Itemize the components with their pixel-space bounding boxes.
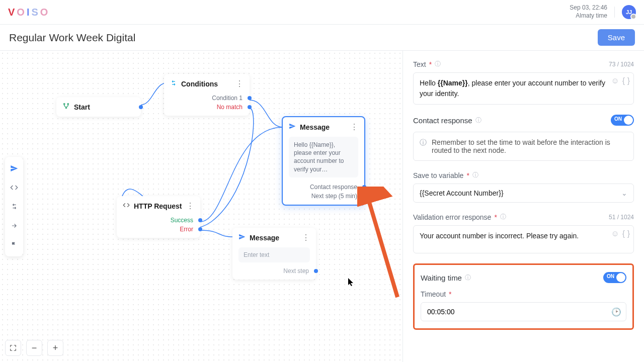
svg-point-2 xyxy=(65,107,67,109)
tool-code-icon[interactable] xyxy=(5,178,23,197)
node-title: Message xyxy=(250,234,298,242)
zoom-out-button[interactable]: − xyxy=(26,340,42,356)
node-menu-icon[interactable]: ⋮ xyxy=(186,201,194,211)
tool-arrow-icon[interactable] xyxy=(5,216,23,235)
node-title: Conditions xyxy=(181,80,231,88)
svg-line-3 xyxy=(367,196,397,297)
text-input[interactable]: Hello {{Name}}, please enter your accoun… xyxy=(413,72,634,105)
send-icon xyxy=(238,233,246,242)
page-title: Regular Work Week Digital xyxy=(9,32,135,44)
node-port-success[interactable]: Success xyxy=(117,216,200,225)
node-menu-icon[interactable]: ⋮ xyxy=(302,233,310,242)
node-port-condition1[interactable]: Condition 1 xyxy=(164,94,250,103)
info-icon[interactable]: ⓘ xyxy=(500,213,506,221)
node-message-2[interactable]: Message ⋮ Enter text Next step xyxy=(232,228,316,280)
avatar[interactable]: JJ xyxy=(622,5,636,19)
validation-counter: 51 / 1024 xyxy=(609,214,634,221)
info-callout: ⓘ Remember to set the time to wait befor… xyxy=(413,132,634,161)
tool-flag-icon[interactable] xyxy=(5,235,23,254)
required-mark: * xyxy=(449,290,451,298)
node-port-error[interactable]: Error xyxy=(117,225,200,234)
flow-canvas[interactable]: Start Conditions ⋮ Condition 1 No match xyxy=(0,50,403,362)
time-info: Sep 03, 22:46 Almaty time xyxy=(570,4,607,20)
node-start[interactable]: Start xyxy=(56,97,141,117)
node-port-nomatch[interactable]: No match xyxy=(164,103,250,112)
emoji-icon[interactable]: ☺ xyxy=(611,76,619,85)
info-icon[interactable]: ⓘ xyxy=(472,171,478,179)
node-title: Start xyxy=(74,103,135,111)
required-mark: * xyxy=(429,60,432,68)
node-menu-icon[interactable]: ⋮ xyxy=(235,79,244,88)
conditions-icon xyxy=(170,79,177,88)
timeout-input[interactable] xyxy=(421,302,626,321)
zoom-in-button[interactable]: + xyxy=(47,340,63,356)
save-variable-label: Save to variable xyxy=(413,171,463,179)
svg-point-1 xyxy=(67,104,69,105)
info-icon[interactable]: ⓘ xyxy=(465,274,471,282)
node-http-request[interactable]: HTTP Request ⋮ Success Error xyxy=(117,196,200,238)
contact-response-label: Contact response xyxy=(413,116,472,125)
timeout-label: Timeout xyxy=(421,290,446,298)
node-port-contact-response[interactable]: Contact response xyxy=(283,183,364,192)
clock-icon: 🕑 xyxy=(611,307,621,317)
save-variable-select[interactable]: {{Secret Account Number}} ⌄ xyxy=(413,184,634,203)
svg-point-0 xyxy=(64,104,65,105)
start-icon xyxy=(62,102,70,112)
contact-response-toggle[interactable]: ON xyxy=(611,115,634,126)
required-mark: * xyxy=(466,171,469,179)
waiting-time-label: Waiting time xyxy=(421,274,462,282)
text-counter: 73 / 1024 xyxy=(609,61,634,68)
info-icon[interactable]: ⓘ xyxy=(475,116,481,125)
node-conditions[interactable]: Conditions ⋮ Condition 1 No match xyxy=(164,74,250,116)
waiting-time-toggle[interactable]: ON xyxy=(603,272,626,283)
node-message-selected[interactable]: Message ⋮ Hello {{Name}}, please enter y… xyxy=(282,116,365,206)
waiting-time-section: Waiting time ⓘ ON Timeout * 🕑 xyxy=(413,263,634,330)
validation-label: Validation error response xyxy=(413,213,491,221)
insert-variable-icon[interactable]: { } xyxy=(622,229,630,238)
message-placeholder: Enter text xyxy=(238,247,310,262)
message-preview: Hello {{Name}}, please enter your accoun… xyxy=(289,137,358,177)
node-port-next-step[interactable]: Next step (5 min) xyxy=(283,192,364,201)
save-button[interactable]: Save xyxy=(598,29,635,46)
insert-variable-icon[interactable]: { } xyxy=(622,76,630,85)
node-port-next-step[interactable]: Next step xyxy=(232,266,316,276)
cursor-icon xyxy=(348,278,354,286)
tool-branch-icon[interactable] xyxy=(5,197,23,216)
node-title: Message xyxy=(300,123,346,131)
send-icon xyxy=(289,123,296,132)
info-icon: ⓘ xyxy=(420,138,427,147)
tool-send-icon[interactable] xyxy=(5,159,23,178)
node-menu-icon[interactable]: ⋮ xyxy=(350,122,358,132)
properties-panel: Text * ⓘ 73 / 1024 Hello {{Name}}, pleas… xyxy=(403,50,644,362)
info-icon[interactable]: ⓘ xyxy=(435,60,441,68)
logo: VOISO xyxy=(8,7,50,18)
code-icon xyxy=(123,202,130,211)
required-mark: * xyxy=(494,213,497,221)
text-label: Text xyxy=(413,60,426,68)
canvas-toolbox xyxy=(5,157,23,256)
validation-input[interactable]: Your account number is incorrect. Please… xyxy=(413,225,634,253)
emoji-icon[interactable]: ☺ xyxy=(611,229,619,238)
chevron-down-icon: ⌄ xyxy=(621,189,627,197)
canvas-fit-button[interactable] xyxy=(5,340,21,356)
node-title: HTTP Request xyxy=(134,202,182,210)
